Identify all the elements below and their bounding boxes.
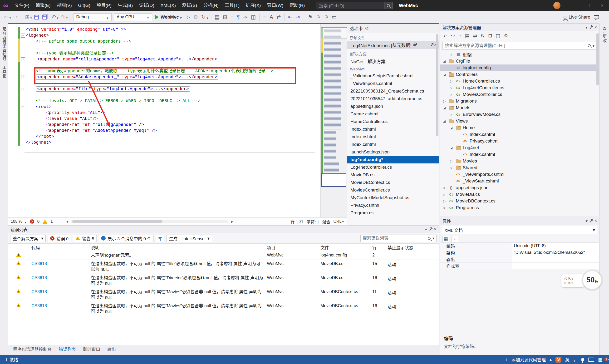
document-tab[interactable]: MovieDBContext.cs [347, 179, 439, 186]
messages-filter-button[interactable]: 展示 3 个消息中的 0 个 [99, 234, 154, 242]
tree-item[interactable]: ▷C#MoviesController.cs [440, 91, 599, 98]
solution-explorer-scrollbar[interactable] [596, 33, 599, 85]
collapse-toggle-closed[interactable]: + [21, 57, 25, 61]
expander-icon[interactable]: ▷ [449, 53, 454, 56]
document-tab[interactable]: Log4netController.cs [347, 163, 439, 171]
toolbar-icon[interactable]: ≡ [261, 13, 268, 21]
ime-language-toggle[interactable]: 英 [565, 356, 570, 363]
chevron-down-icon[interactable]: ▾ [432, 236, 434, 241]
new-project-icon[interactable]: ⊞ [23, 13, 31, 21]
indent-icon[interactable]: ⇥ [241, 13, 249, 21]
window-position-icon[interactable]: ▾ [586, 219, 588, 224]
property-row[interactable]: 编码Unicode (UTF-8) [440, 243, 599, 249]
minimize-button[interactable]: – [568, 0, 581, 11]
platform-select[interactable]: Any CPU▾ [114, 13, 152, 21]
bottom-tab[interactable]: 即时窗口 [80, 345, 103, 353]
close-icon[interactable]: × [434, 227, 436, 232]
menu-item[interactable]: 调试(D) [136, 0, 157, 11]
error-code-link[interactable]: CS8618 [31, 261, 47, 266]
chevron-down-icon[interactable]: ▾ [25, 221, 26, 224]
menu-item[interactable]: 生成(B) [115, 0, 136, 11]
document-tab[interactable]: Index.cshtml [347, 133, 439, 141]
menu-item[interactable]: 视图(V) [54, 0, 75, 11]
vertical-tabs-scrollbar[interactable] [436, 34, 439, 136]
tree-item[interactable]: ▷C#MovieDB.cs [440, 191, 599, 198]
toolbar-icon[interactable]: ⊞ [221, 13, 229, 21]
start-without-debugging-icon[interactable]: ▷ [184, 13, 192, 21]
toolbar-icon[interactable]: ≡ [229, 13, 235, 21]
tree-item[interactable]: <>_ViewImports.cshtml [440, 171, 599, 178]
percentage-overlay[interactable]: 50 % [582, 270, 602, 290]
build-intellisense-select[interactable]: 生成 + IntelliSense▾ [167, 234, 212, 242]
column-header[interactable]: 行 [371, 244, 385, 250]
toolbar-icon[interactable]: ▭ [330, 13, 338, 21]
maximize-button[interactable]: □ [581, 0, 595, 11]
solution-search-box[interactable]: ▾ [442, 42, 597, 50]
tree-item[interactable]: <>Index.cshtml [440, 131, 599, 138]
collapse-toggle-closed[interactable]: + [21, 75, 25, 79]
code-line[interactable]: <?xml version="1.0" encoding="utf-8" ?> [26, 27, 273, 33]
chevron-down-icon[interactable]: ▾ [593, 43, 595, 48]
pin-icon[interactable] [590, 220, 592, 222]
property-value[interactable] [511, 256, 599, 262]
document-tab[interactable]: log4net.config* [347, 156, 439, 163]
close-icon[interactable]: × [595, 25, 597, 30]
menu-item[interactable]: 窗口(W) [264, 0, 286, 11]
undo-icon[interactable]: ↶ [50, 13, 57, 21]
expander-icon[interactable]: ▷ [449, 79, 454, 83]
document-tab[interactable]: _ViewImports.cshtml [347, 80, 439, 87]
expander-icon[interactable]: ◢ [442, 73, 447, 76]
gear-icon[interactable]: ⚙ [365, 26, 369, 31]
menu-item[interactable]: 帮助(H) [286, 0, 308, 11]
menu-item[interactable]: 工具(T) [222, 0, 243, 11]
ime-punctuation-toggle[interactable]: ， [573, 356, 578, 363]
expander-icon[interactable]: ▷ [449, 159, 454, 163]
filter-button[interactable] [156, 234, 164, 242]
redo-icon[interactable]: ↷ [59, 13, 67, 21]
warnings-filter-button[interactable]: 警告 5 [73, 234, 97, 242]
code-line[interactable] [26, 44, 273, 51]
document-tab[interactable]: MovieDB.cs [347, 171, 439, 179]
document-tab[interactable]: Index.cshtml [347, 141, 439, 148]
tree-item[interactable]: ▷C#Program.cs [440, 204, 599, 211]
pin-icon[interactable] [431, 44, 433, 46]
scroll-left-icon[interactable]: ◂ [66, 219, 68, 224]
error-code-link[interactable]: CS8618 [31, 275, 47, 280]
ime-logo-icon[interactable]: S [556, 357, 561, 363]
chevron-down-icon[interactable]: ▾ [66, 16, 68, 20]
search-icon[interactable] [384, 2, 392, 9]
prev-bookmark-icon[interactable]: ⚐ [314, 13, 322, 21]
code-line[interactable]: <!-- Define some output appenders --> [26, 39, 273, 44]
tree-item[interactable]: <>_ViewStart.cshtml [440, 178, 599, 184]
tree-item[interactable]: ◢Log4net [440, 144, 599, 151]
column-header[interactable]: 代码 [29, 244, 89, 250]
document-tab[interactable]: NuGet - 解决方案 [347, 57, 439, 65]
indent-icon[interactable]: ⇥ [294, 13, 302, 21]
solution-search-input[interactable] [445, 43, 586, 48]
window-position-icon[interactable]: ▾ [586, 25, 588, 30]
tree-item[interactable]: ▷▦框架 [440, 51, 599, 58]
menu-item[interactable]: 文件(F) [12, 0, 32, 11]
chevron-down-icon[interactable]: ▾ [57, 16, 59, 20]
scroll-right-icon[interactable]: ▸ [231, 219, 233, 224]
expander-icon[interactable]: ◢ [442, 119, 447, 123]
tree-item[interactable]: ▷Migrations [440, 98, 599, 104]
document-tab[interactable]: Program.cs [347, 209, 439, 217]
error-search-box[interactable]: ▾ [360, 234, 437, 242]
scrollbar-map[interactable] [320, 24, 347, 218]
expander-icon[interactable]: ◢ [442, 59, 447, 63]
property-value[interactable]: "D:\Visual Studio\xml\Schemas\2052" [511, 249, 599, 256]
document-tab[interactable]: 20221011035547_addtablename.cs [347, 95, 439, 103]
code-line[interactable]: </root> [26, 134, 273, 140]
next-bookmark-icon[interactable]: ⚐ [322, 13, 330, 21]
menu-item[interactable]: XML(X) [157, 0, 179, 11]
document-tab[interactable]: _ValidationScriptsPartial.cshtml [347, 72, 439, 80]
expander-icon[interactable]: ▷ [442, 206, 447, 210]
property-row[interactable]: 架构"D:\Visual Studio\xml\Schemas\2052" [440, 249, 599, 256]
column-header[interactable]: 禁止显示状态 [385, 244, 439, 250]
collapse-toggle-closed[interactable]: + [21, 87, 25, 91]
column-header[interactable]: 文件 [318, 244, 371, 250]
outdent-icon[interactable]: ⇤ [286, 13, 294, 21]
next-change-icon[interactable]: ↓ [61, 219, 63, 224]
bottom-tab[interactable]: 错误列表 [56, 345, 79, 353]
